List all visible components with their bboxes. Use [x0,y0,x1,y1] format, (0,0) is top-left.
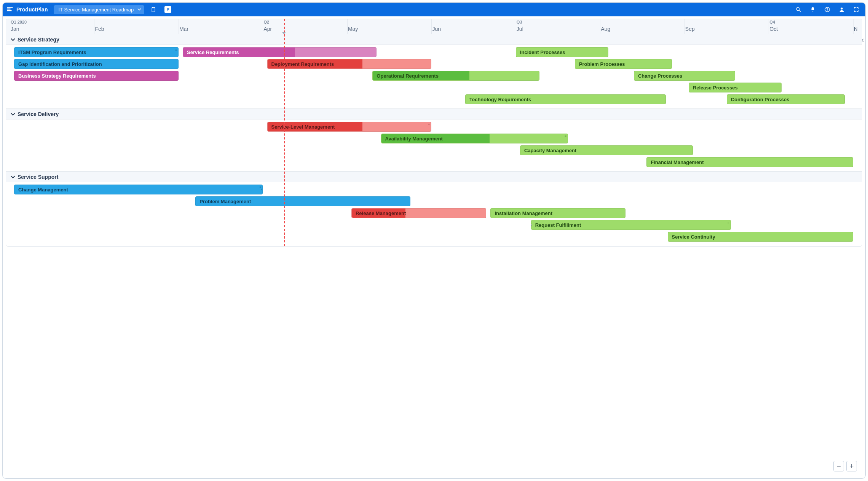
chevron-down-icon [11,37,15,42]
account-button[interactable] [836,4,847,15]
roadmap-bar-label: Service-Level Management [271,124,335,130]
month-label: Mar [179,26,188,32]
roadmap-bar[interactable]: Incident Processes [516,47,609,57]
clipboard-button[interactable] [148,4,159,15]
roadmap-bar-label: Deployment Requirements [271,61,334,67]
roadmap-bar-label: Service Requirements [187,49,239,55]
lane-body[interactable]: Service-Level Management≡Availability Ma… [6,119,862,171]
roadmap-selector[interactable]: IT Service Management Roadmap [54,5,144,14]
lane-title: Service Delivery [18,111,59,117]
lane-body[interactable]: ITSM Program Requirements≡Service Requir… [6,45,862,108]
lane-header[interactable]: Service Strategy [6,34,862,45]
notifications-button[interactable] [807,4,818,15]
month-label: Jan [11,26,19,32]
lane-header[interactable]: Service Delivery [6,109,862,119]
presentation-button[interactable]: P [163,4,173,15]
roadmap-bar-label: Incident Processes [520,49,565,55]
roadmap-bar-label: Request Fulfillment [535,222,581,228]
roadmap-bar[interactable]: Gap Identification and Prioritization [14,59,179,69]
lane-group: Service DeliveryService-Level Management… [6,109,862,172]
link-handle-icon[interactable] [531,223,532,226]
roadmap-selector-label: IT Service Management Roadmap [58,7,134,13]
roadmap-bar[interactable]: Service Continuity [668,232,853,242]
roadmap-bar[interactable]: Business Strategy Requirements [14,71,179,81]
quarter-label: Q1 2020 [11,20,27,24]
roadmap-bar-label: Configuration Processes [731,97,790,102]
month-label: Aug [601,26,610,32]
bell-icon [810,6,816,13]
roadmap-bar[interactable]: Operational Requirements [372,71,539,81]
search-icon [795,6,801,13]
month-label: Feb [95,26,104,32]
timeline-header: JanFebMarAprMayJunJulAugSepOctNQ1 2020Q2… [6,19,862,34]
roadmap-bar[interactable]: Technology Requirements [465,94,666,104]
roadmap-bar-label: Change Management [18,187,68,193]
roadmap-bar-label: Availability Management [385,136,443,142]
roadmap-bar[interactable]: Availability Management≡ [381,134,568,143]
quarter-label: Q3 [517,20,522,24]
roadmap-bar-label: Gap Identification and Prioritization [18,61,102,67]
roadmap-bar-label: ITSM Program Requirements [18,49,86,55]
zoom-in-button[interactable]: + [846,461,857,471]
lane-title: Service Support [18,174,58,180]
roadmap-bar[interactable]: ITSM Program Requirements≡ [14,47,179,57]
roadmap-bar-label: Release Management [356,210,406,216]
month-label: May [348,26,358,32]
zoom-out-button[interactable]: – [833,461,844,471]
roadmap-bar[interactable]: Service Requirements [183,47,377,57]
month-label: Jun [432,26,441,32]
roadmap-bar[interactable]: Capacity Management [520,145,693,155]
roadmap-bar-label: Service Continuity [672,234,715,240]
grip-icon: ≡ [565,135,566,138]
month-label: Oct [769,26,778,32]
roadmap-bar[interactable]: Change Management≡ [14,185,263,194]
roadmap-bar-label: Business Strategy Requirements [18,73,96,79]
content: JanFebMarAprMayJunJulAugSepOctNQ1 2020Q2… [3,16,865,478]
topbar: ProductPlan IT Service Management Roadma… [3,3,865,16]
svg-rect-0 [7,7,13,8]
roadmap-bar-label: Capacity Management [524,148,576,153]
roadmap-bar[interactable]: Configuration Processes [727,94,845,104]
month-label: Apr [263,26,272,32]
roadmap-bar[interactable]: Release Management [351,208,486,218]
roadmap-bar[interactable]: Financial Management [646,157,853,167]
roadmap-bar[interactable]: Problem Processes [575,59,672,69]
roadmap-bar-label: Installation Management [495,210,552,216]
link-handle-icon[interactable] [262,188,263,191]
roadmap-bar[interactable]: Deployment Requirements [267,59,432,69]
svg-point-3 [796,8,799,11]
help-icon: ? [824,6,830,13]
roadmap-bar-label: Operational Requirements [377,73,439,79]
timeline[interactable]: JanFebMarAprMayJunJulAugSepOctNQ1 2020Q2… [6,19,862,247]
roadmap-bar[interactable]: Service-Level Management≡ [267,122,432,132]
brand-name: ProductPlan [16,6,48,13]
roadmap-bar-label: Problem Processes [579,61,625,67]
chevron-down-icon [11,112,15,116]
roadmap-bar-label: Release Processes [693,85,738,91]
zoom-controls: – + [833,461,857,471]
roadmap-bar[interactable]: Release Processes [689,83,782,92]
roadmap-bar[interactable]: Change Processes [634,71,735,81]
svg-point-7 [841,8,842,10]
quarter-label: Q4 [769,20,775,24]
svg-line-4 [799,10,801,12]
roadmap-bar-label: Technology Requirements [469,97,531,102]
brand[interactable]: ProductPlan [6,6,48,14]
lane-header[interactable]: Service Support [6,172,862,182]
chevron-down-icon [137,7,141,13]
grip-icon: ≡ [728,221,729,225]
grip-icon: ≡ [175,48,177,52]
roadmap-bar[interactable]: Installation Management [490,208,625,218]
grip-icon: ≡ [428,123,430,126]
roadmap-bar[interactable]: Problem Management [195,196,410,206]
svg-rect-1 [7,8,11,9]
fullscreen-button[interactable] [851,4,862,15]
lanes: Service StrategyITSM Program Requirement… [6,34,862,246]
lane-body[interactable]: Change Management≡Problem ManagementRele… [6,182,862,246]
month-label: Sep [685,26,695,32]
search-button[interactable] [793,4,804,15]
roadmap-bar-label: Change Processes [638,73,682,79]
help-button[interactable]: ? [822,4,833,15]
svg-rect-2 [7,10,12,11]
roadmap-bar[interactable]: Request Fulfillment≡ [531,220,731,230]
